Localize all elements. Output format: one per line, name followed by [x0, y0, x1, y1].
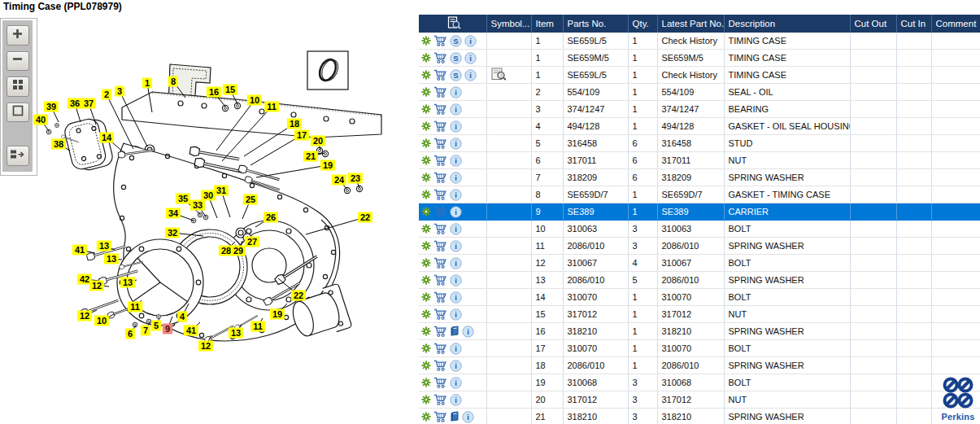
gear-icon[interactable]: [421, 53, 431, 63]
gear-icon[interactable]: [421, 190, 431, 199]
gear-icon[interactable]: [421, 343, 431, 353]
gear-icon[interactable]: [421, 173, 431, 182]
cart-icon[interactable]: [433, 394, 447, 405]
zoom-out-button[interactable]: [7, 51, 29, 72]
column-header-comment[interactable]: Comment: [931, 15, 980, 33]
cart-icon[interactable]: [433, 343, 447, 354]
info-icon[interactable]: i: [450, 343, 462, 355]
info-icon[interactable]: i: [450, 377, 462, 389]
callout-label[interactable]: 12: [198, 341, 213, 352]
cart-icon[interactable]: [433, 360, 447, 371]
gear-icon[interactable]: [421, 275, 431, 285]
column-header-desc[interactable]: Description: [724, 15, 850, 33]
table-row[interactable]: i2554/1091554/109SEAL - OIL: [419, 84, 980, 101]
info-icon[interactable]: i: [450, 189, 462, 201]
callout-label[interactable]: 11: [250, 321, 265, 332]
cart-icon[interactable]: [433, 223, 447, 234]
column-header-actions[interactable]: [419, 15, 486, 33]
table-row[interactable]: i3374/12471374/1247BEARING: [419, 101, 980, 118]
zoom-in-button[interactable]: [7, 25, 29, 46]
book-icon[interactable]: [450, 326, 460, 337]
callout-label[interactable]: 10: [247, 95, 262, 106]
callout-label[interactable]: 35: [176, 194, 190, 204]
callout-label[interactable]: 2: [102, 90, 111, 100]
gear-icon[interactable]: [421, 326, 431, 336]
info-icon[interactable]: i: [450, 206, 462, 218]
callout-label[interactable]: 34: [166, 208, 181, 219]
callout-label[interactable]: 13: [97, 241, 111, 251]
cart-icon[interactable]: [433, 172, 447, 183]
callout-label[interactable]: 41: [184, 326, 198, 336]
info-icon[interactable]: i: [450, 257, 462, 269]
table-row[interactable]: i4494/1281494/128GASKET - OIL SEAL HOUSI…: [419, 118, 980, 135]
callout-label[interactable]: 38: [51, 139, 66, 150]
gear-icon[interactable]: [421, 138, 431, 148]
callout-label[interactable]: 19: [270, 309, 285, 320]
cart-icon[interactable]: [433, 326, 447, 337]
table-row[interactable]: i8SE659D/71SE659D/7GASKET - TIMING CASE: [419, 186, 980, 203]
info-icon[interactable]: i: [462, 326, 474, 338]
column-header-parts_no[interactable]: Parts No.: [563, 15, 628, 33]
table-row[interactable]: i63170116317011NUT: [419, 152, 980, 169]
callout-label[interactable]: 11: [128, 302, 142, 313]
callout-label[interactable]: 10: [94, 316, 109, 326]
table-row[interactable]: i182086/01012086/010SPRING WASHER: [419, 357, 980, 374]
book-icon[interactable]: [450, 411, 460, 422]
column-header-cut_in[interactable]: Cut In: [896, 15, 931, 33]
callout-label[interactable]: 15: [223, 85, 237, 95]
gear-icon[interactable]: [421, 412, 431, 422]
table-row[interactable]: i103100633310063BOLT: [419, 221, 980, 238]
callout-label[interactable]: 13: [120, 278, 135, 288]
table-row[interactable]: i143100701310070BOLT: [419, 289, 980, 306]
info-icon[interactable]: i: [450, 155, 462, 167]
cart-icon[interactable]: [433, 240, 447, 251]
cart-icon[interactable]: [433, 35, 447, 46]
table-row[interactable]: i173100701310070BOLT: [419, 340, 980, 357]
cart-icon[interactable]: [433, 52, 447, 63]
doc-search-icon[interactable]: [491, 72, 507, 82]
callout-label[interactable]: 5: [151, 321, 161, 331]
info-icon[interactable]: i: [464, 52, 477, 64]
gear-icon[interactable]: [421, 361, 431, 370]
table-row[interactable]: i9SE3891SE389CARRIER: [419, 203, 980, 221]
gear-icon[interactable]: [421, 395, 431, 404]
callout-label[interactable]: 25: [243, 195, 258, 205]
column-header-item[interactable]: Item: [531, 15, 563, 33]
table-row[interactable]: Si1SE659L/51Check HistoryTIMING CASE: [419, 33, 980, 50]
callout-label[interactable]: 13: [104, 254, 119, 264]
table-row[interactable]: Si1SE659L/51Check HistoryTIMING CASE: [419, 67, 980, 84]
callout-label[interactable]: 12: [77, 311, 92, 321]
table-row[interactable]: i53164586316458STUD: [419, 135, 980, 152]
gear-icon[interactable]: [421, 207, 431, 216]
table-row[interactable]: i153170121317012NUT: [419, 306, 980, 323]
callout-label[interactable]: 31: [214, 186, 229, 196]
info-icon[interactable]: i: [462, 411, 474, 423]
gear-icon[interactable]: [421, 155, 431, 165]
info-icon[interactable]: i: [450, 308, 462, 321]
callout-label[interactable]: 26: [264, 212, 278, 223]
gear-icon[interactable]: [421, 258, 431, 268]
callout-label[interactable]: 36: [68, 98, 82, 109]
callout-label[interactable]: 32: [165, 228, 180, 238]
callout-label[interactable]: 27: [245, 237, 259, 247]
cart-icon[interactable]: [433, 206, 447, 217]
cart-icon[interactable]: [433, 291, 447, 303]
table-row[interactable]: i213182103318210SPRING WASHER: [419, 409, 980, 424]
table-row[interactable]: Si1SE659M/51SE659M/5TIMING CASE: [419, 50, 980, 67]
callout-label[interactable]: 40: [33, 115, 48, 125]
callout-label[interactable]: 39: [44, 102, 59, 112]
gear-icon[interactable]: [421, 309, 431, 319]
callout-label[interactable]: 22: [291, 291, 306, 301]
gear-icon[interactable]: [421, 121, 431, 131]
s-icon[interactable]: S: [450, 52, 462, 64]
callout-label-selected[interactable]: 9: [163, 324, 172, 334]
column-header-qty[interactable]: Qty.: [628, 15, 657, 33]
fit-view-button[interactable]: [7, 103, 29, 123]
cart-icon[interactable]: [433, 308, 447, 320]
cart-icon[interactable]: [433, 120, 447, 132]
table-row[interactable]: i112086/01032086/010SPRING WASHER: [419, 238, 980, 255]
tile-view-button[interactable]: [7, 76, 29, 97]
table-row[interactable]: i203170123317012NUT: [419, 391, 980, 409]
cart-icon[interactable]: [433, 86, 447, 98]
gear-icon[interactable]: [421, 70, 431, 80]
